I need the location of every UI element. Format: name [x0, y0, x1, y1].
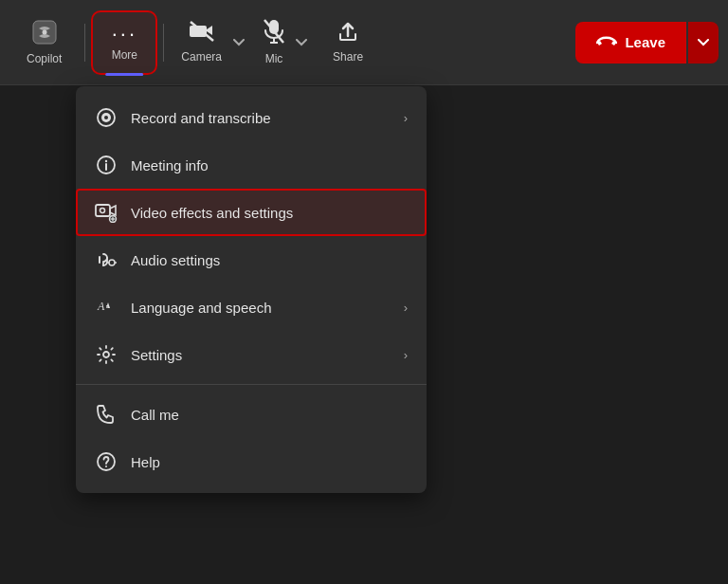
camera-button[interactable]: Camera	[170, 10, 226, 75]
menu-item-record[interactable]: Record and transcribe ›	[76, 94, 427, 141]
mic-group: Mic	[252, 10, 315, 75]
record-arrow: ›	[404, 111, 408, 125]
menu-item-help[interactable]: Help	[76, 438, 427, 485]
language-speech-arrow: ›	[404, 301, 408, 315]
svg-rect-13	[96, 205, 110, 216]
svg-point-18	[109, 260, 115, 265]
more-dots-icon: ···	[112, 24, 137, 45]
call-me-label: Call me	[131, 407, 408, 423]
settings-icon	[95, 343, 118, 366]
record-label: Record and transcribe	[131, 110, 391, 126]
camera-icon	[190, 21, 214, 46]
menu-separator	[76, 384, 427, 385]
copilot-label: Copilot	[27, 52, 62, 65]
mic-button[interactable]: Mic	[252, 10, 288, 75]
mic-chevron[interactable]	[288, 10, 315, 75]
help-label: Help	[131, 454, 408, 470]
menu-item-audio-settings[interactable]: Audio settings	[76, 236, 427, 283]
help-icon	[95, 450, 118, 473]
audio-settings-label: Audio settings	[131, 252, 408, 268]
mic-label: Mic	[265, 52, 283, 65]
menu-item-meeting-info[interactable]: Meeting info	[76, 141, 427, 189]
copilot-icon	[31, 19, 58, 48]
share-label: Share	[333, 50, 363, 64]
more-button[interactable]: ··· More	[91, 10, 157, 75]
more-label: More	[112, 48, 137, 62]
camera-label: Camera	[181, 50, 222, 64]
menu-item-language-speech[interactable]: A ˈ Language and speech ›	[76, 283, 427, 331]
svg-point-9	[104, 116, 108, 119]
svg-point-24	[103, 352, 109, 357]
language-speech-icon: A ˈ	[95, 296, 118, 319]
settings-label: Settings	[131, 347, 391, 363]
menu-item-video-effects[interactable]: Video effects and settings	[76, 189, 427, 236]
share-button[interactable]: Share	[315, 10, 381, 75]
toolbar-divider-2	[163, 24, 164, 62]
audio-settings-icon	[95, 248, 118, 271]
svg-text:A: A	[97, 300, 105, 313]
meeting-info-icon	[95, 154, 118, 176]
language-speech-label: Language and speech	[131, 300, 391, 316]
phone-hang-icon	[596, 33, 617, 51]
camera-group: Camera	[170, 10, 252, 75]
toolbar-divider-1	[84, 24, 85, 62]
leave-chevron-button[interactable]	[688, 22, 719, 64]
menu-item-settings[interactable]: Settings ›	[76, 331, 427, 378]
call-me-icon	[95, 403, 118, 426]
record-icon	[95, 106, 118, 129]
toolbar: Copilot ··· More Camera	[0, 0, 728, 85]
svg-point-26	[105, 465, 107, 467]
camera-chevron[interactable]	[226, 10, 252, 75]
mic-icon	[264, 19, 284, 48]
more-dropdown-menu: Record and transcribe › Meeting info Vi	[76, 86, 427, 493]
svg-point-1	[42, 30, 46, 35]
meeting-info-label: Meeting info	[131, 157, 408, 173]
svg-point-12	[105, 160, 107, 162]
menu-item-call-me[interactable]: Call me	[76, 391, 427, 438]
settings-arrow: ›	[404, 348, 408, 362]
leave-group: Leave	[575, 22, 719, 64]
video-effects-icon	[95, 201, 118, 224]
leave-label: Leave	[625, 34, 665, 50]
svg-point-14	[100, 209, 105, 213]
share-icon	[337, 21, 359, 46]
video-effects-label: Video effects and settings	[131, 205, 408, 221]
copilot-button[interactable]: Copilot	[9, 10, 79, 75]
leave-button[interactable]: Leave	[575, 22, 686, 64]
